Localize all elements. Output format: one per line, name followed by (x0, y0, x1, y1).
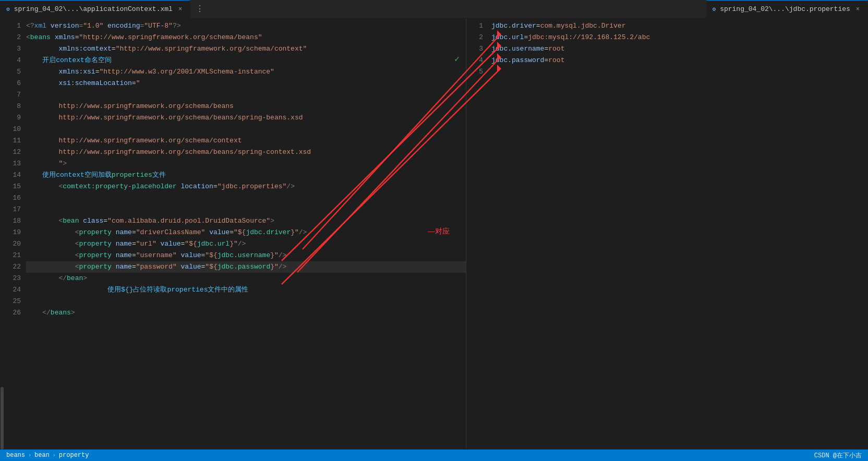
validation-checkmark: ✓ (454, 54, 460, 64)
xml-file-icon: ⚙ (6, 6, 10, 13)
code-line-5: xmlns:xsi="http://www.w3.org/2001/XMLSch… (26, 66, 466, 78)
left-scrollbar[interactable] (0, 371, 4, 450)
right-line-4: jdbc.password=root (487, 55, 868, 66)
tab-left-close[interactable]: × (177, 5, 184, 14)
breadcrumb-sep-1: › (28, 453, 31, 458)
code-line-9: http://www.springframework.org/schema/be… (26, 112, 466, 124)
code-line-4: 开启context命名空间 (26, 55, 466, 66)
code-line-21: <property name="username" value="${jdbc.… (26, 250, 466, 261)
right-code-content[interactable]: jdbc.driver=com.mysql.jdbc.Driver jdbc.u… (487, 18, 868, 450)
right-line-3: jdbc.username=root (487, 43, 868, 55)
code-line-13: "> (26, 158, 466, 169)
tab-bar: ⚙ spring_04_02\...\applicationContext.xm… (0, 0, 868, 18)
code-line-1: <?xml version="1.0" encoding="UTF-8"?> (26, 20, 466, 32)
right-code-area[interactable]: 12345 jdbc.driver=com.mysql.jdbc.Driver … (466, 18, 868, 450)
code-line-26: </beans> (26, 307, 466, 319)
code-line-23: </bean> (26, 273, 466, 284)
right-line-2: jdbc.url=jdbc:mysql://192.168.125.2/abc (487, 32, 868, 43)
code-line-22: <property name="password" value="${jdbc.… (26, 261, 466, 273)
right-line-5 (487, 66, 868, 78)
breadcrumb-bean: bean (34, 452, 50, 459)
left-scrollbar-thumb[interactable] (1, 387, 4, 450)
code-line-2: <beans xmlns="http://www.springframework… (26, 32, 466, 43)
tab-left-label: spring_04_02\...\applicationContext.xml (14, 5, 173, 13)
code-line-24: 使用${}占位符读取properties文件中的属性 (26, 284, 466, 296)
tab-right[interactable]: ⚙ spring_04_02\...\jdbc.properties × (706, 0, 868, 18)
code-line-20: <property name="url" value="${jdbc.url}"… (26, 238, 466, 250)
left-editor: 12345 678910 1112131415 1617181920 21222… (0, 18, 466, 450)
code-line-18: <bean class="com.alibaba.druid.pool.Drui… (26, 215, 466, 227)
properties-file-icon: ⚙ (713, 6, 716, 13)
code-line-8: http://www.springframework.org/schema/be… (26, 101, 466, 112)
code-line-10 (26, 124, 466, 135)
code-line-3: xmlns:comtext="http://www.springframewor… (26, 43, 466, 55)
tab-right-close[interactable]: × (854, 5, 861, 14)
left-code-area[interactable]: 12345 678910 1112131415 1617181920 21222… (0, 18, 466, 371)
right-line-numbers: 12345 (466, 18, 487, 450)
code-line-25 (26, 296, 466, 307)
right-editor: 12345 jdbc.driver=com.mysql.jdbc.Driver … (466, 18, 868, 450)
right-line-1: jdbc.driver=com.mysql.jdbc.Driver (487, 20, 868, 32)
tab-left[interactable]: ⚙ spring_04_02\...\applicationContext.xm… (0, 0, 190, 18)
breadcrumb-property: property (59, 452, 89, 459)
code-line-14: 使用context空间加载properties文件 (26, 169, 466, 181)
status-right-label: CSDN @在下小吉 (814, 451, 862, 460)
code-line-19: <property name="driverClassName" value="… (26, 227, 466, 238)
code-line-7 (26, 89, 466, 101)
code-line-11: http://www.springframework.org/schema/co… (26, 135, 466, 147)
left-code-content[interactable]: <?xml version="1.0" encoding="UTF-8"?> <… (26, 18, 466, 371)
code-line-15: <comtext:property-placeholder location="… (26, 181, 466, 192)
breadcrumb: beans › bean › property (6, 452, 89, 459)
code-line-12: http://www.springframework.org/schema/be… (26, 147, 466, 158)
breadcrumb-sep-2: › (53, 453, 56, 458)
code-line-6: xsi:schemaLocation=" (26, 78, 466, 89)
breadcrumb-beans: beans (6, 452, 25, 459)
editors-container: 12345 678910 1112131415 1617181920 21222… (0, 18, 868, 450)
tab-right-label: spring_04_02\...\jdbc.properties (720, 5, 850, 13)
code-line-16 (26, 192, 466, 204)
code-line-17 (26, 204, 466, 215)
left-line-numbers: 12345 678910 1112131415 1617181920 21222… (0, 18, 26, 371)
tab-menu-button[interactable]: ⋮ (190, 0, 209, 18)
status-bar: beans › bean › property CSDN @在下小吉 (0, 450, 868, 461)
